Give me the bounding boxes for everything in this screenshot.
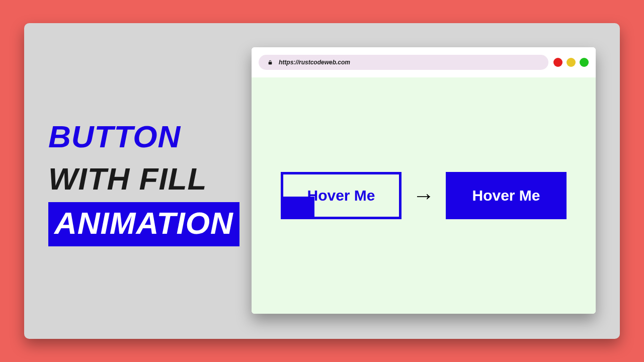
window-controls [553,58,589,67]
hover-button-after[interactable]: Hover Me [446,172,567,219]
minimize-icon[interactable] [567,58,576,67]
close-icon[interactable] [553,58,562,67]
maximize-icon[interactable] [580,58,589,67]
content-card: BUTTON WITH FILL ANIMATION https://rustc… [24,23,620,339]
lock-icon [268,60,273,65]
browser-chrome: https://rustcodeweb.com [252,47,596,77]
arrow-right-icon: → [413,185,435,207]
address-bar[interactable]: https://rustcodeweb.com [259,55,548,70]
title-line-1: BUTTON [48,116,251,158]
hover-button-before[interactable]: Hover Me [281,172,401,219]
browser-mockup: https://rustcodeweb.com Hover Me → Hover… [252,47,596,314]
title-block: BUTTON WITH FILL ANIMATION [24,116,251,246]
title-line-2: WITH FILL [48,158,251,200]
browser-viewport: Hover Me → Hover Me [252,77,596,314]
title-line-3: ANIMATION [48,202,239,246]
button-label: Hover Me [307,187,375,204]
button-label: Hover Me [472,187,540,204]
url-text: https://rustcodeweb.com [279,59,350,66]
